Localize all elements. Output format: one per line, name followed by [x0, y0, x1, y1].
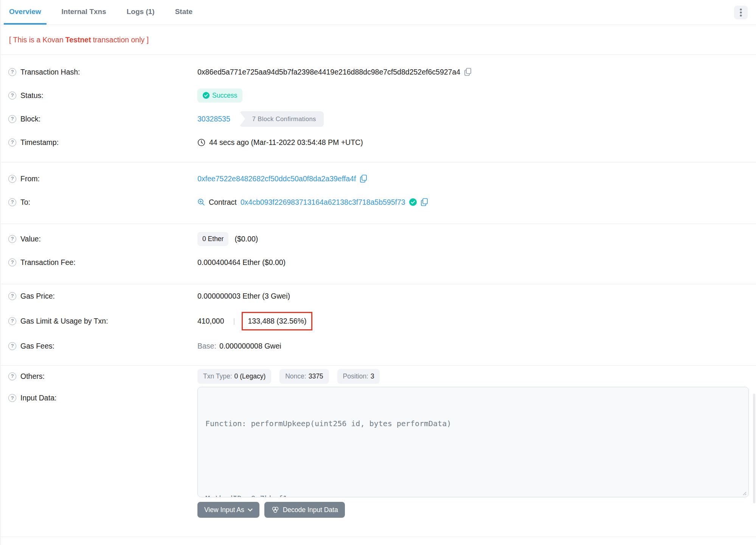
help-icon[interactable]: ? [8, 139, 16, 146]
help-icon[interactable]: ? [8, 198, 16, 206]
transaction-fee-label: Transaction Fee: [20, 258, 76, 267]
help-icon[interactable]: ? [8, 342, 16, 350]
to-label: To: [20, 198, 30, 207]
to-contract-word: Contract [209, 198, 237, 207]
verified-check-icon [409, 198, 417, 206]
section-value: ? Value: 0 Ether ($0.00) ? Transaction F… [1, 224, 756, 284]
help-icon[interactable]: ? [8, 394, 16, 402]
transaction-hash-label: Transaction Hash: [20, 68, 80, 76]
transaction-overview-page: Overview Internal Txns Logs (1) State [ … [0, 0, 756, 545]
section-parties: ? From: 0xfee7522e8482682cf50ddc50a0f8da… [1, 162, 756, 224]
row-gas-limit-usage: ? Gas Limit & Usage by Txn: 410,000 | 13… [1, 308, 756, 334]
kebab-icon [740, 8, 742, 17]
method-id-line: MethodID: 0x7bbaf1ea [205, 492, 741, 497]
copy-icon[interactable] [421, 198, 428, 206]
notice-bold: Testnet [65, 36, 91, 44]
timestamp-label: Timestamp: [20, 138, 59, 147]
check-circle-icon [203, 92, 210, 99]
gas-fees-label: Gas Fees: [20, 342, 54, 350]
help-icon[interactable]: ? [8, 372, 16, 380]
section-others-input: ? Others: Txn Type: 0 (Legacy) Nonce: 33… [1, 366, 756, 537]
status-label: Status: [20, 91, 43, 100]
gas-separator: | [233, 317, 235, 325]
bottom-divider [1, 537, 756, 537]
transaction-hash-value: 0x86ed5a771e725aa94d5b7fa2398e4419e216d8… [197, 68, 460, 76]
row-status: ? Status: Success [1, 84, 756, 107]
timestamp-value: 44 secs ago (Mar-11-2022 03:54:48 PM +UT… [209, 138, 363, 147]
more-options-button[interactable] [734, 6, 748, 19]
decode-input-data-button[interactable]: Decode Input Data [264, 502, 345, 518]
to-address-link[interactable]: 0x4cb093f226983713164a62138c3f718a5b595f… [241, 198, 405, 207]
help-icon[interactable]: ? [8, 258, 16, 266]
tab-overview[interactable]: Overview [4, 0, 47, 25]
gas-usage-value: 133,488 (32.56%) [248, 317, 306, 325]
copy-icon[interactable] [464, 68, 472, 76]
help-icon[interactable]: ? [8, 92, 16, 100]
chevron-down-icon [248, 508, 253, 512]
gas-price-value: 0.000000003 Ether (3 Gwei) [197, 292, 290, 301]
row-value: ? Value: 0 Ether ($0.00) [1, 227, 756, 251]
help-icon[interactable]: ? [8, 292, 16, 300]
notice-suffix: transaction only ] [93, 36, 149, 44]
transaction-fee-value: 0.000400464 Ether ($0.00) [197, 258, 286, 267]
gas-fees-base-label: Base: [197, 342, 216, 350]
from-address-link[interactable]: 0xfee7522e8482682cf50ddc50a0f8da2a39effa… [197, 174, 356, 183]
input-data-textarea[interactable]: Function: performUpkeep(uint256 id, byte… [197, 387, 749, 497]
gas-usage-highlight-box: 133,488 (32.56%) [242, 312, 312, 330]
value-label: Value: [20, 235, 41, 243]
gas-fees-base-value: 0.000000008 Gwei [219, 342, 281, 350]
gas-limit-value: 410,000 [197, 317, 224, 325]
clock-icon [197, 139, 205, 146]
row-timestamp: ? Timestamp: 44 secs ago (Mar-11-2022 03… [1, 131, 756, 154]
row-block: ? Block: 30328535 7 Block Confirmations [1, 107, 756, 131]
row-transaction-hash: ? Transaction Hash: 0x86ed5a771e725aa94d… [1, 60, 756, 84]
help-icon[interactable]: ? [8, 68, 16, 76]
row-transaction-fee: ? Transaction Fee: 0.000400464 Ether ($0… [1, 251, 756, 274]
help-icon[interactable]: ? [8, 115, 16, 123]
gas-limit-usage-label: Gas Limit & Usage by Txn: [20, 317, 108, 325]
txn-type-badge: Txn Type: 0 (Legacy) [197, 369, 271, 384]
position-badge: Position: 3 [337, 369, 380, 384]
status-badge: Success [197, 89, 242, 103]
row-gas-fees: ? Gas Fees: Base: 0.000000008 Gwei [1, 334, 756, 358]
tab-logs[interactable]: Logs (1) [121, 0, 160, 25]
copy-icon[interactable] [360, 174, 367, 183]
section-gas: ? Gas Price: 0.000000003 Ether (3 Gwei) … [1, 284, 756, 366]
help-icon[interactable]: ? [8, 317, 16, 325]
from-label: From: [20, 174, 40, 183]
row-others: ? Others: Txn Type: 0 (Legacy) Nonce: 33… [1, 366, 756, 387]
notice-prefix: [ This is a Kovan [9, 36, 64, 44]
row-from: ? From: 0xfee7522e8482682cf50ddc50a0f8da… [1, 167, 756, 190]
nonce-badge: Nonce: 3375 [279, 369, 329, 384]
status-value: Success [212, 92, 237, 100]
row-input-data: ? Input Data: Function: performUpkeep(ui… [1, 387, 756, 518]
block-number-link[interactable]: 30328535 [197, 115, 230, 123]
block-confirmations-badge: 7 Block Confirmations [239, 111, 324, 127]
tab-bar: Overview Internal Txns Logs (1) State [1, 0, 756, 25]
row-gas-price: ? Gas Price: 0.000000003 Ether (3 Gwei) [1, 284, 756, 308]
block-label: Block: [20, 115, 40, 123]
row-to: ? To: Contract 0x4cb093f226983713164a621… [1, 190, 756, 214]
page-scrollbar[interactable] [753, 394, 755, 503]
help-icon[interactable]: ? [8, 235, 16, 243]
resize-grip-icon[interactable] [741, 490, 747, 495]
testnet-notice: [ This is a Kovan Testnet transaction on… [1, 25, 756, 55]
function-line: Function: performUpkeep(uint256 id, byte… [205, 417, 741, 430]
tab-state[interactable]: State [170, 0, 198, 25]
gas-price-label: Gas Price: [20, 292, 55, 301]
tab-internal-txns[interactable]: Internal Txns [56, 0, 112, 25]
decode-icon [271, 506, 279, 514]
view-input-as-button[interactable]: View Input As [197, 502, 259, 518]
input-data-label: Input Data: [20, 394, 56, 402]
value-badge: 0 Ether [197, 232, 228, 246]
value-usd: ($0.00) [234, 235, 258, 243]
others-label: Others: [20, 372, 45, 381]
section-summary: ? Transaction Hash: 0x86ed5a771e725aa94d… [1, 55, 756, 162]
magnifier-plus-icon[interactable] [197, 198, 205, 206]
help-icon[interactable]: ? [8, 175, 16, 183]
